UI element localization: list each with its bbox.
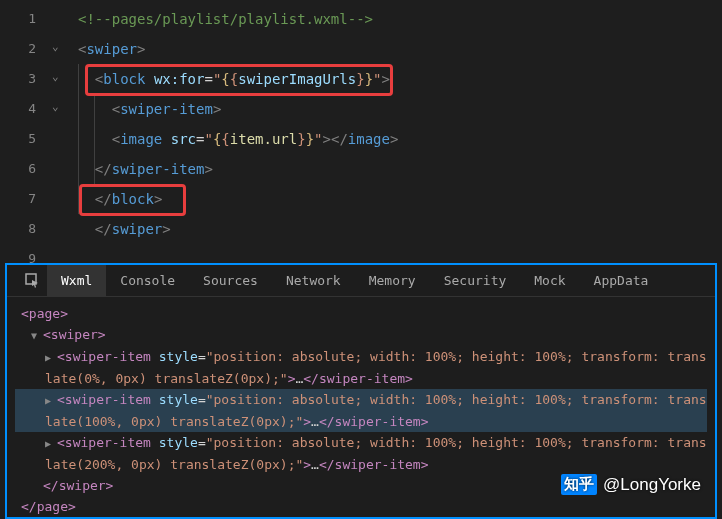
tab-console[interactable]: Console: [106, 265, 189, 297]
line-number: 7: [0, 184, 36, 214]
tab-network[interactable]: Network: [272, 265, 355, 297]
dom-node[interactable]: ▶<swiper-item style="position: absolute;…: [15, 432, 707, 475]
devtools-tabs: Wxml Console Sources Network Memory Secu…: [7, 265, 715, 297]
code-editor[interactable]: 1 2 3 4 5 6 7 8 9 ⌄ ⌄ ⌄ <!--pages/playli…: [0, 0, 722, 263]
dom-node[interactable]: ▶<swiper-item style="position: absolute;…: [15, 346, 707, 389]
dom-node[interactable]: ▼<swiper>: [15, 324, 707, 346]
tab-mock[interactable]: Mock: [520, 265, 579, 297]
code-line[interactable]: </swiper>: [78, 214, 722, 244]
code-line[interactable]: <block wx:for="{{swiperImagUrls}}">: [78, 64, 722, 94]
tab-memory[interactable]: Memory: [355, 265, 430, 297]
line-gutter: 1 2 3 4 5 6 7 8 9: [0, 0, 50, 263]
dom-node[interactable]: </page>: [15, 496, 707, 517]
watermark-text: @LongYorke: [603, 475, 701, 495]
code-area[interactable]: <!--pages/playlist/playlist.wxml--> <swi…: [78, 0, 722, 263]
line-number: 6: [0, 154, 36, 184]
chevron-down-icon[interactable]: ⌄: [52, 40, 59, 53]
caret-right-icon[interactable]: ▶: [45, 347, 57, 368]
tab-wxml[interactable]: Wxml: [47, 265, 106, 297]
inspect-icon[interactable]: [19, 273, 47, 289]
code-line[interactable]: <swiper-item>: [78, 94, 722, 124]
line-number: 3: [0, 64, 36, 94]
tab-security[interactable]: Security: [430, 265, 521, 297]
code-line[interactable]: <image src="{{item.url}}"></image>: [78, 124, 722, 154]
dom-node[interactable]: <page>: [15, 303, 707, 324]
chevron-down-icon[interactable]: ⌄: [52, 70, 59, 83]
code-line[interactable]: </block>: [78, 184, 722, 214]
code-line[interactable]: <!--pages/playlist/playlist.wxml-->: [78, 4, 722, 34]
fold-column: ⌄ ⌄ ⌄: [50, 0, 78, 263]
watermark: 知乎 @LongYorke: [561, 474, 701, 495]
line-number: 1: [0, 4, 36, 34]
caret-right-icon[interactable]: ▶: [45, 433, 57, 454]
dom-node[interactable]: ▶<swiper-item style="position: absolute;…: [15, 389, 707, 432]
code-line[interactable]: </swiper-item>: [78, 154, 722, 184]
code-line[interactable]: <swiper>: [78, 34, 722, 64]
line-number: 8: [0, 214, 36, 244]
zhihu-logo: 知乎: [561, 474, 597, 495]
tab-appdata[interactable]: AppData: [580, 265, 663, 297]
line-number: 5: [0, 124, 36, 154]
caret-down-icon[interactable]: ▼: [31, 325, 43, 346]
caret-right-icon[interactable]: ▶: [45, 390, 57, 411]
tab-sources[interactable]: Sources: [189, 265, 272, 297]
devtools-panel[interactable]: Wxml Console Sources Network Memory Secu…: [5, 263, 717, 519]
line-number: 2: [0, 34, 36, 64]
line-number: 4: [0, 94, 36, 124]
chevron-down-icon[interactable]: ⌄: [52, 100, 59, 113]
